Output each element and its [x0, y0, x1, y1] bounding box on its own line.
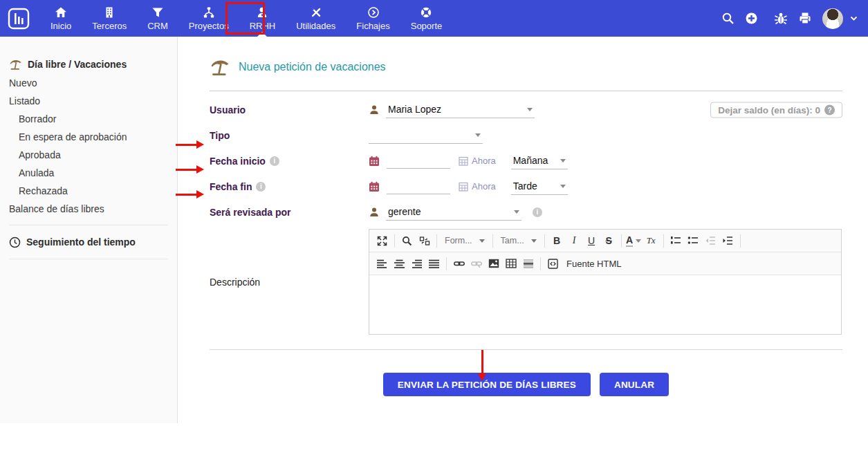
- numbered-list-icon[interactable]: [667, 232, 685, 250]
- text-color-button[interactable]: A: [625, 232, 643, 250]
- fecha-fin-input[interactable]: [387, 179, 450, 194]
- replace-icon[interactable]: [416, 232, 433, 250]
- usuario-select[interactable]: Maria Lopez: [386, 102, 535, 118]
- link-icon[interactable]: [450, 255, 468, 272]
- sidebar-item-anulada[interactable]: Anulada: [0, 164, 177, 182]
- calendar-icon[interactable]: [369, 156, 380, 167]
- form-row-fecha-fin: Fecha fin i Ahora Tarde: [210, 174, 842, 199]
- chevron-down-icon: [531, 239, 537, 243]
- chevron-down-icon: [527, 108, 533, 111]
- format-dropdown[interactable]: Form...: [441, 232, 489, 250]
- info-icon[interactable]: i: [533, 207, 542, 217]
- sidebar-item-listado[interactable]: Listado: [0, 92, 177, 110]
- info-icon[interactable]: i: [270, 156, 279, 166]
- indent-icon[interactable]: [719, 232, 737, 250]
- table-icon[interactable]: [502, 255, 519, 272]
- datepicker-icon[interactable]: [459, 182, 468, 192]
- horizontal-rule-icon[interactable]: [519, 255, 537, 272]
- now-link[interactable]: Ahora: [472, 181, 496, 192]
- menu-item-terceros[interactable]: Terceros: [82, 0, 137, 37]
- now-link[interactable]: Ahora: [472, 156, 496, 166]
- sidebar-divider: [9, 259, 168, 259]
- datepicker-icon[interactable]: [459, 156, 468, 166]
- align-center-icon[interactable]: [391, 255, 408, 272]
- beach-umbrella-icon: [210, 57, 230, 77]
- menu-item-soporte[interactable]: Soporte: [400, 0, 453, 37]
- fecha-inicio-label: Fecha inicio: [210, 156, 266, 167]
- menu-item-proyectos[interactable]: Proyectos: [178, 0, 239, 37]
- calendar-icon[interactable]: [369, 181, 380, 192]
- editor-content-area[interactable]: [369, 275, 841, 334]
- bug-icon[interactable]: [774, 12, 788, 25]
- align-right-icon[interactable]: [408, 255, 425, 272]
- sidebar-item-nuevo[interactable]: Nuevo: [0, 74, 177, 92]
- submit-button[interactable]: ENVIAR LA PETICIÓN DE DÍAS LIBRES: [383, 373, 591, 396]
- tipo-label: Tipo: [210, 130, 369, 141]
- sidebar-item-rechazada[interactable]: Rechazada: [0, 182, 177, 200]
- sidebar-item-borrador[interactable]: Borrador: [0, 110, 177, 128]
- add-icon[interactable]: [745, 12, 758, 25]
- source-button-label: Fuente HTML: [566, 259, 621, 269]
- menu-item-utilidades[interactable]: Utilidades: [286, 0, 346, 37]
- help-icon[interactable]: ?: [824, 104, 835, 115]
- menu-item-fichajes[interactable]: Fichajes: [346, 0, 400, 37]
- sidebar-item-balance[interactable]: Balance de días libres: [0, 200, 177, 218]
- justify-icon[interactable]: [425, 255, 443, 272]
- info-icon[interactable]: i: [256, 182, 266, 192]
- cancel-button[interactable]: ANULAR: [600, 373, 669, 396]
- momento-inicio-select[interactable]: Mañana: [511, 153, 568, 169]
- search-icon[interactable]: [721, 12, 735, 25]
- chevron-down-icon: [560, 159, 566, 163]
- form-row-usuario: Usuario Maria Lopez Dejar saldo (en días…: [210, 97, 842, 122]
- unlink-icon[interactable]: [468, 255, 485, 272]
- momento-fin-select[interactable]: Tarde: [511, 178, 568, 195]
- form-row-descripcion: Descripción: [210, 229, 842, 335]
- maximize-icon[interactable]: [373, 232, 391, 250]
- remove-format-button[interactable]: Tx: [643, 232, 660, 250]
- page-title-text: Nueva petición de vacaciones: [239, 61, 386, 73]
- underline-button[interactable]: U: [583, 232, 600, 250]
- clock-icon: [9, 236, 21, 248]
- app-logo[interactable]: [7, 7, 30, 30]
- revisor-value: gerente: [388, 206, 421, 217]
- strikethrough-button[interactable]: S: [600, 232, 618, 250]
- menu-item-crm[interactable]: CRM: [137, 0, 178, 37]
- sitemap-icon: [203, 6, 215, 19]
- size-dropdown[interactable]: Tam...: [497, 232, 541, 250]
- revisor-select[interactable]: gerente: [386, 204, 521, 221]
- rich-text-editor: Form... Tam... B I U S A Tx: [369, 229, 842, 335]
- sidebar-section-title: Día libre / Vacaciones: [28, 59, 127, 70]
- italic-button[interactable]: I: [566, 232, 583, 250]
- momento-fin-value: Tarde: [513, 180, 537, 192]
- sidebar-section-seguimiento[interactable]: Seguimiento del tiempo: [0, 232, 177, 252]
- image-icon[interactable]: [485, 255, 502, 272]
- outdent-icon[interactable]: [702, 232, 719, 250]
- user-avatar[interactable]: [822, 8, 843, 29]
- align-left-icon[interactable]: [373, 255, 391, 272]
- sidebar-section-title: Seguimiento del tiempo: [26, 236, 136, 248]
- menu-label: Fichajes: [356, 21, 389, 31]
- descripcion-label: Descripción: [210, 277, 369, 288]
- sidebar-item-en-espera[interactable]: En espera de aprobación: [0, 128, 177, 146]
- sidebar-section-vacaciones[interactable]: Día libre / Vacaciones: [0, 55, 177, 74]
- bullet-list-icon[interactable]: [685, 232, 702, 250]
- menu-label: Inicio: [50, 21, 71, 31]
- menu-label: CRM: [147, 21, 168, 31]
- divider: [210, 349, 842, 350]
- print-icon[interactable]: [798, 12, 812, 25]
- sidebar-item-aprobada[interactable]: Aprobada: [0, 146, 177, 164]
- fecha-fin-label: Fecha fin: [210, 181, 252, 192]
- form-row-fecha-inicio: Fecha inicio i Ahora Mañana: [210, 148, 842, 174]
- fecha-inicio-input[interactable]: [387, 154, 450, 169]
- editor-toolbar-row-2: Fuente HTML: [369, 252, 841, 275]
- tipo-select[interactable]: [369, 127, 483, 144]
- menu-item-inicio[interactable]: Inicio: [40, 0, 82, 37]
- chevron-down-icon[interactable]: [849, 14, 858, 23]
- editor-toolbar-row-1: Form... Tam... B I U S A Tx: [369, 230, 841, 252]
- source-button[interactable]: Fuente HTML: [544, 255, 625, 272]
- menu-item-rrhh[interactable]: RRHH: [239, 0, 286, 37]
- bold-button[interactable]: B: [548, 232, 566, 250]
- find-icon[interactable]: [398, 232, 416, 250]
- balance-text: Dejar saldo (en días): 0: [718, 104, 820, 115]
- chevron-down-icon: [479, 239, 485, 243]
